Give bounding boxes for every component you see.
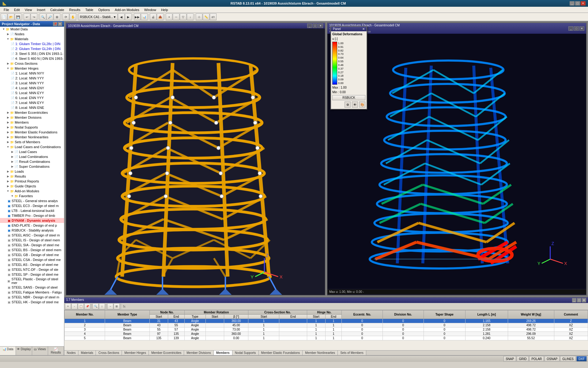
toggle-nodes[interactable]: ▶ (6, 32, 10, 36)
tree-super-combinations-sub[interactable]: ▶ 📄 Super Combinations (0, 164, 64, 169)
tree-favorites[interactable]: ▼ 📁 Favorites (0, 194, 64, 198)
tree-member-hinges[interactable]: ▼ 📁 Member Hinges (0, 66, 64, 71)
tree-steel-hk[interactable]: ▣ STEEL HK - Design of steel me (0, 300, 64, 305)
nav-close-button[interactable]: ✕ (58, 22, 62, 26)
panel-close-button[interactable]: ✕ (362, 27, 365, 31)
tab-nodal-supports[interactable]: Nodal Supports (232, 351, 259, 355)
toggle-guide[interactable]: ▶ (6, 184, 10, 188)
panel-icon-settings[interactable]: ⚙ (345, 102, 351, 108)
tb-calculate[interactable]: ▶▶ (134, 13, 141, 20)
maximize-button[interactable]: □ (575, 1, 580, 6)
tb-support[interactable]: ▽ (180, 13, 187, 20)
tb-zoom-fit[interactable]: ⊞ (54, 13, 60, 20)
menu-insert[interactable]: Insert (34, 7, 48, 12)
tree-member-eccentricities[interactable]: ▶ 📁 Member Eccentricities (0, 110, 64, 115)
tree-steel-ec3[interactable]: ▣ STEEL EC3 - Design of steel m (0, 203, 64, 208)
toggle-lco[interactable]: ▶ (10, 155, 14, 159)
minimize-button[interactable]: _ (570, 1, 575, 6)
table-tb-paste[interactable]: 📌 (84, 303, 90, 309)
tree-steel-csa[interactable]: ▣ STEEL CSA - Design of steel me (0, 257, 64, 262)
tree-nodal-supports[interactable]: ▶ 📁 Nodal Supports (0, 125, 64, 130)
toggle-addon[interactable]: ▼ (6, 189, 10, 193)
tree-hinge2[interactable]: 📄 2: Local: NNN YYY (0, 76, 64, 81)
toggle-sc[interactable]: ▶ (10, 165, 14, 168)
nav-tab-views[interactable]: 🗂 Views (32, 347, 48, 355)
menu-calculate[interactable]: Calculate (48, 7, 67, 12)
tree-load-cases-sub[interactable]: ▶ 📄 Load Cases (0, 149, 64, 154)
tree-cross-sections[interactable]: ▶ 📁 Cross-Sections (0, 61, 64, 66)
tab-member-nonlinearties[interactable]: Member Nonlinearties (303, 351, 338, 355)
table-row-1[interactable]: 1 Beam 31 43 Angle 360.00 1 1 1 0 (65, 319, 588, 323)
toggle-rc[interactable]: ▶ (10, 160, 14, 163)
tb-rotate[interactable]: ⟳ (62, 13, 69, 20)
menu-view[interactable]: View (22, 7, 35, 12)
status-polar[interactable]: POLAR (529, 356, 544, 362)
toggle-hinges[interactable]: ▼ (6, 67, 10, 70)
close-button[interactable]: ✕ (581, 1, 586, 6)
tb-measure[interactable]: 📏 (203, 13, 209, 20)
toggle-nonlin[interactable]: ▶ (6, 135, 10, 139)
menu-addon[interactable]: Add-on Modules (112, 7, 142, 12)
vp-right-minimize[interactable]: _ (568, 26, 573, 31)
tree-hinge4[interactable]: 📄 4: Local: NNN ENY (0, 86, 64, 90)
tree-elastic-foundations[interactable]: ▶ 📁 Member Elastic Foundations (0, 130, 64, 135)
tab-member-eccentricities[interactable]: Member Eccentricities (149, 351, 184, 355)
tree-steel-ntc-df[interactable]: ▣ STEEL NTC-DF - Design of ste (0, 267, 64, 272)
tree-rsbuck[interactable]: ▣ RSBUCK - Stability analysis (0, 228, 64, 233)
tree-hinge1[interactable]: 📄 1: Local: NNN NYY (0, 71, 64, 76)
table-minimize[interactable]: _ (572, 298, 576, 302)
analysis-dropdown[interactable]: RSBUCK CA1 - Stabili... ▼ (78, 13, 118, 20)
tree-result-combinations-sub[interactable]: ▶ 📄 Result Combinations (0, 159, 64, 164)
toggle-eccentricities[interactable]: ▶ (6, 111, 10, 114)
tree-steel-general[interactable]: ▣ STEEL - General stress analys (0, 198, 64, 203)
tree-load-combinations-sub[interactable]: ▶ 📄 Load Combinations (0, 154, 64, 159)
tab-member-hinges[interactable]: Member Hinges (122, 351, 149, 355)
menu-options[interactable]: Options (96, 7, 112, 12)
tree-hinge8[interactable]: 📄 8: Local: NNN ENE (0, 105, 64, 110)
nav-tab-data[interactable]: 📊 Data (0, 347, 16, 355)
tb-node[interactable]: • (166, 13, 172, 20)
toggle-results[interactable]: ▶ (6, 174, 10, 178)
tree-mat4[interactable]: 📄 4: Steel S 460 N | DIN EN 1993- (0, 56, 64, 61)
table-tb-delete-row[interactable]: - (71, 303, 77, 309)
tree-hinge6[interactable]: 📄 6: Local: ENN YYY (0, 95, 64, 100)
tree-printout-reports[interactable]: ▶ 📁 Printout Reports (0, 179, 64, 184)
status-snap[interactable]: SNAP (503, 356, 516, 362)
nav-pin-button[interactable]: 📌 (53, 22, 57, 26)
tb-zoom-out[interactable]: 🔎 (47, 13, 53, 20)
table-row-4[interactable]: 4 Beam 97 135 Angle 360.00 1 1 1 0 (65, 332, 588, 336)
nav-tab-results[interactable]: 📈 Results (48, 347, 64, 355)
toggle-elastic[interactable]: ▶ (6, 130, 10, 134)
tree-mat2[interactable]: 📄 2: Glulam Timber GL24h | DIN (0, 46, 64, 51)
nav-tab-display[interactable]: 👁 Display (16, 347, 32, 355)
menu-table[interactable]: Table (83, 7, 96, 12)
tb-member[interactable]: ─ (173, 13, 179, 20)
tb-select[interactable]: ⊹ (196, 13, 202, 20)
table-row-3[interactable]: 3 Beam 55 57 Angle 73.00 1 1 1 0 (65, 328, 588, 332)
tree-materials[interactable]: ▼ 📁 Materials (0, 36, 64, 41)
tb-results[interactable]: 📊 (141, 13, 148, 20)
tab-member-elastic[interactable]: Member Elastic Foundations (259, 351, 303, 355)
menu-edit[interactable]: Edit (12, 7, 22, 12)
vp-right-close[interactable]: ✕ (579, 26, 584, 31)
tree-member-divisions[interactable]: ▶ 📁 Member Divisions (0, 115, 64, 120)
toggle-cs[interactable]: ▶ (6, 62, 10, 65)
panel-rsbuck-button[interactable]: RSBUCK (332, 95, 365, 100)
status-grid[interactable]: GRID (517, 356, 529, 362)
table-tb-new-row[interactable]: + (65, 303, 71, 309)
tb-load[interactable]: ↓ (187, 13, 194, 20)
panel-icon-render[interactable]: 🎨 (359, 102, 365, 108)
vp-left-maximize[interactable]: □ (313, 24, 318, 28)
vp-left-close[interactable]: ✕ (318, 24, 323, 28)
table-row-2[interactable]: 2 Beam 43 55 Angle 45.00 1 1 1 0 (65, 323, 588, 328)
tb-redo[interactable]: ↪ (31, 13, 37, 20)
toggle-sets[interactable]: ▶ (6, 140, 10, 144)
tb-zoom-in[interactable]: 🔍 (40, 13, 46, 20)
table-tb-goto[interactable]: → (107, 303, 113, 309)
tb-undo[interactable]: ↩ (24, 13, 30, 20)
table-tb-filter[interactable]: 🔍 (92, 303, 99, 309)
tree-steel-as[interactable]: ▣ STEEL AS - Design of steel me (0, 262, 64, 267)
tree-dynam[interactable]: ▣ DYNAM - Dynamic analysis (0, 218, 64, 223)
tb-next[interactable]: ▶ (125, 13, 132, 20)
tree-steel-plastic[interactable]: ▣ STEEL Plastic - Design of steel mer (0, 277, 64, 285)
